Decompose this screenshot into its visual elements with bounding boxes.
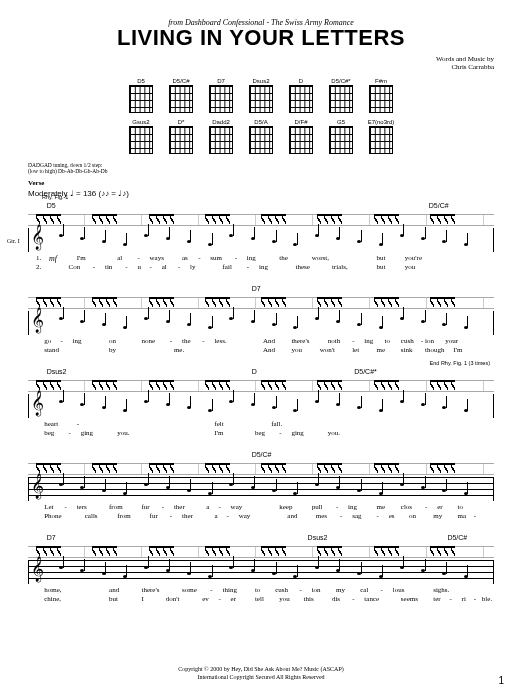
lyric-syllable: a xyxy=(214,513,217,521)
lyric-syllable: - xyxy=(60,338,62,346)
lyric-row: heart-feltfall.beg-gingyou.I'mbeg-gingyo… xyxy=(28,421,494,439)
lyric-syllable: al xyxy=(162,264,167,272)
lyric-syllable: I'm xyxy=(453,347,462,355)
page-number: 1 xyxy=(498,675,504,686)
chord-box: D xyxy=(286,78,316,113)
treble-clef-icon: 𝄞 xyxy=(31,226,44,248)
chord-symbol: D7 xyxy=(252,285,261,292)
lyric-syllable: go xyxy=(44,338,51,346)
lyric-syllable: felt xyxy=(214,421,223,429)
end-rhythm-figure-label: End Rhy. Fig. 1 (3 times) xyxy=(430,360,490,366)
chord-row: D5/C# xyxy=(28,451,494,461)
chord-name: Gsus2 xyxy=(126,119,156,125)
lyric-syllable: ion xyxy=(425,338,434,346)
lyric-syllable: I xyxy=(141,596,143,604)
lyric-syllable: - xyxy=(170,513,172,521)
chord-box: Dsus2 xyxy=(246,78,276,113)
music-system: D5/C#𝄞Let-tersfromfur-thera-waykeeppull-… xyxy=(28,451,494,522)
lyric-syllable: and xyxy=(287,513,297,521)
chord-name: D* xyxy=(166,119,196,125)
lyric-syllable: And xyxy=(263,347,275,355)
chord-name: D5/C#* xyxy=(326,78,356,84)
lyric-syllable: as xyxy=(182,255,188,263)
lyric-syllable: calls xyxy=(85,513,98,521)
lyric-syllable: from xyxy=(117,513,131,521)
lyric-syllable: you're xyxy=(405,255,422,263)
lyric-syllable: though xyxy=(425,347,444,355)
lyric-syllable: - xyxy=(235,255,237,263)
lyric-syllable: es xyxy=(389,513,395,521)
chord-name: E7(no3rd) xyxy=(366,119,396,125)
music-staff: 𝄞 xyxy=(28,560,494,584)
lyric-syllable: - xyxy=(299,587,301,595)
lyric-syllable: u xyxy=(137,264,141,272)
lyric-syllable: - xyxy=(125,264,127,272)
lyric-syllable: but xyxy=(376,264,385,272)
credits-line1: Words and Music by xyxy=(28,55,494,63)
lyric-syllable: - xyxy=(162,504,164,512)
rhythm-figure-label: Rhy. Fig. 1 xyxy=(42,194,68,200)
lyric-row: home,andthere'ssome-thingtocush-ionmycal… xyxy=(28,587,494,605)
chord-diagram xyxy=(329,85,353,113)
lyric-syllable: there's xyxy=(291,338,309,346)
chord-diagram xyxy=(209,85,233,113)
chord-symbol: D5/C# xyxy=(252,451,272,458)
lyric-syllable: on xyxy=(409,513,416,521)
song-title: LIVING IN YOUR LETTERS xyxy=(28,25,494,51)
lyric-syllable: - xyxy=(376,513,378,521)
music-system: Dsus2DD5/C#*End Rhy. Fig. 1 (3 times)𝄞he… xyxy=(28,368,494,439)
lyric-syllable: heart xyxy=(44,421,58,429)
lyric-syllable: ging xyxy=(291,430,303,438)
lyric-syllable: let xyxy=(352,347,359,355)
lyric-syllable: - xyxy=(93,264,95,272)
lyric-syllable: cush xyxy=(401,338,414,346)
lyric-syllable: you. xyxy=(328,430,340,438)
chord-name: Dadd2 xyxy=(206,119,236,125)
lyric-syllable: way xyxy=(231,504,243,512)
copyright-footer: Copyright © 2000 by Hey, Did She Ask Abo… xyxy=(28,666,494,682)
lyric-syllable: - xyxy=(425,504,427,512)
verse-number: 2. xyxy=(36,264,41,272)
lyric-syllable: there's xyxy=(141,587,159,595)
chord-row: Dsus2DD5/C#*End Rhy. Fig. 1 (3 times) xyxy=(28,368,494,378)
lyric-syllable: - xyxy=(279,430,281,438)
chord-diagram xyxy=(249,85,273,113)
lyric-syllable: me. xyxy=(174,347,184,355)
lyric-syllable: - xyxy=(198,255,200,263)
lyric-syllable: you xyxy=(405,264,416,272)
lyric-syllable: home, xyxy=(44,587,61,595)
chord-box: D* xyxy=(166,119,196,154)
lyric-syllable: - xyxy=(227,513,229,521)
lyric-syllable: - xyxy=(210,587,212,595)
lyric-syllable: beg xyxy=(255,430,265,438)
lyric-syllable: ging xyxy=(81,430,93,438)
music-systems: D5D5/C#Rhy. Fig. 1𝄞mfGtr. I1.I'mal-waysa… xyxy=(28,202,494,605)
lyric-syllable: beg xyxy=(44,430,54,438)
chord-symbol: Dsus2 xyxy=(47,368,67,375)
section-label: Verse xyxy=(28,179,494,187)
lyric-row: go-ingonnone-the-less.Andthere'snoth-ing… xyxy=(28,338,494,356)
lyric-syllable: you xyxy=(291,347,302,355)
lyric-syllable: I'm xyxy=(214,430,223,438)
lyric-syllable: but xyxy=(109,596,118,604)
lyric-syllable: cush xyxy=(275,587,288,595)
chord-diagram xyxy=(369,126,393,154)
lyric-syllable: my xyxy=(433,513,442,521)
lyric-syllable: Phone xyxy=(44,513,62,521)
chord-symbol: Dsus2 xyxy=(308,534,328,541)
chord-box: D/F# xyxy=(286,119,316,154)
chord-name: G5 xyxy=(326,119,356,125)
lyric-syllable: my xyxy=(336,587,345,595)
chord-name: D xyxy=(286,78,316,84)
rhythm-slash-staff xyxy=(28,380,494,392)
lyric-syllable: ther xyxy=(182,513,193,521)
chord-box: Gsus2 xyxy=(126,119,156,154)
lyric-syllable: sink xyxy=(401,347,413,355)
lyric-syllable: to xyxy=(385,338,390,346)
lyric-syllable: this xyxy=(304,596,314,604)
credits-line2: Chris Carrabba xyxy=(28,63,494,71)
lyric-syllable: to xyxy=(458,504,463,512)
tuning-note: DADGAD tuning, down 1/2 step: (low to hi… xyxy=(28,162,494,175)
lyric-syllable: a xyxy=(206,504,209,512)
lyric-syllable: - xyxy=(137,255,139,263)
